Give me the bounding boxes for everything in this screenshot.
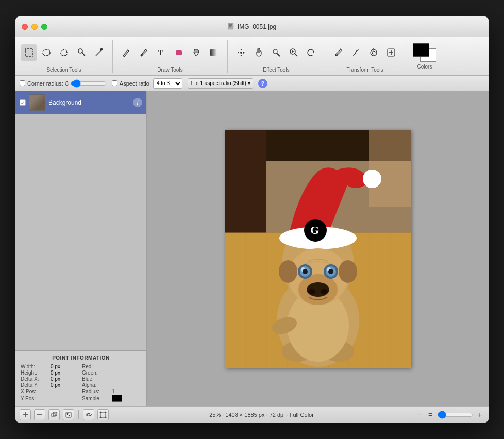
point-info-grid: Width: 0 px Red: Height: 0 px Green:	[21, 364, 141, 402]
corner-radius-checkbox[interactable]	[20, 80, 25, 86]
window-title: IMG_0051.jpg	[228, 23, 276, 30]
canvas-area[interactable]: G	[147, 91, 489, 406]
aspect-ratio-checkbox[interactable]	[112, 80, 117, 86]
delta-x-value: 0 px	[51, 376, 60, 382]
svg-point-63	[303, 269, 308, 274]
corner-radius-option: Corner radius: 8	[20, 79, 107, 88]
svg-point-75	[88, 413, 90, 416]
visibility-toggle-button[interactable]	[83, 409, 94, 420]
blue-row: Blue:	[82, 376, 141, 382]
transform-tools-group: Transform Tools	[325, 40, 405, 73]
help-label: ?	[261, 80, 265, 87]
clone-tool[interactable]	[268, 44, 284, 61]
sample-label: Sample:	[82, 396, 110, 401]
brush-tool[interactable]	[136, 44, 152, 61]
layer-info-button[interactable]: i	[133, 98, 142, 107]
zoom-in-button[interactable]: +	[475, 410, 484, 419]
zoom-slider[interactable]	[437, 411, 473, 419]
remove-layer-button[interactable]	[34, 409, 45, 420]
alpha-label: Alpha:	[82, 382, 110, 388]
blue-label: Blue:	[82, 376, 110, 382]
delta-x-row: Delta X: 0 px	[21, 376, 80, 382]
transform-mode-button[interactable]	[97, 409, 109, 420]
bottom-bar: 25% · 1408 × 1885 px · 72 dpi · Full Col…	[15, 406, 489, 423]
ellipse-select-tool[interactable]	[38, 44, 55, 61]
svg-rect-30	[225, 130, 266, 233]
svg-point-23	[372, 51, 375, 54]
image-button[interactable]	[63, 409, 74, 420]
canvas-image: G	[225, 130, 411, 368]
duplicate-layer-button[interactable]	[48, 409, 60, 420]
pencil-tool[interactable]	[118, 44, 135, 61]
bottom-divider-1	[78, 410, 79, 419]
svg-rect-13	[176, 50, 182, 55]
layer-item[interactable]: ✓ Background i	[15, 91, 146, 114]
point-info-title: POINT INFORMATION	[21, 355, 141, 361]
delta-y-row: Delta Y: 0 px	[21, 382, 80, 388]
zoom-out-button[interactable]: −	[414, 410, 424, 419]
pan-tool[interactable]	[250, 44, 267, 61]
text-tool[interactable]: T	[153, 44, 170, 61]
bucket-tool[interactable]	[188, 44, 205, 61]
toolbar: Selection Tools T	[15, 37, 489, 76]
dropdown-arrow-icon: ▾	[248, 80, 250, 86]
foreground-color-swatch[interactable]	[413, 43, 429, 57]
svg-point-77	[100, 411, 102, 413]
gradient-tool[interactable]	[206, 44, 222, 61]
close-button[interactable]	[22, 24, 28, 30]
aspect-ratio-option: Aspect ratio: 4 to 3 1 to 1 16 to 9	[112, 78, 182, 89]
delta-y-value: 0 px	[51, 382, 60, 388]
zoom-fit-button[interactable]: =	[426, 410, 435, 419]
rect-select-tool[interactable]	[21, 44, 37, 61]
colors-label: Colors	[417, 64, 432, 70]
eyedropper-tool[interactable]	[330, 44, 347, 61]
layer-visibility-checkbox[interactable]: ✓	[20, 99, 26, 106]
svg-point-56	[321, 289, 328, 294]
red-label: Red:	[82, 364, 110, 369]
svg-point-47	[363, 170, 381, 188]
corner-radius-slider[interactable]	[71, 79, 107, 88]
width-label: Width:	[21, 364, 49, 369]
svg-rect-4	[25, 49, 32, 56]
add-tool[interactable]	[383, 44, 399, 61]
aspect-ratio-mode-label: 1 to 1 aspect ratio (Shift)	[190, 80, 246, 86]
maximize-button[interactable]	[41, 24, 47, 30]
zoom-tool[interactable]	[285, 44, 302, 61]
radius-value: 1	[112, 389, 115, 394]
minimize-button[interactable]	[31, 24, 38, 30]
move-tool[interactable]	[233, 44, 249, 61]
draw-tool-buttons: T	[118, 40, 222, 65]
sample-swatch	[112, 395, 122, 402]
add-layer-button[interactable]	[20, 409, 31, 420]
aspect-ratio-label: Aspect ratio:	[120, 80, 151, 87]
svg-rect-3	[229, 26, 231, 27]
main-content: ✓ Background i POINT INFORMATION Width: …	[15, 91, 489, 406]
main-window: IMG_0051.jpg	[15, 16, 489, 423]
magic-wand-tool[interactable]	[73, 44, 90, 61]
svg-rect-9	[100, 48, 103, 50]
draw-tools-label: Draw Tools	[157, 67, 182, 73]
svg-point-22	[371, 49, 377, 56]
svg-text:G: G	[310, 224, 319, 237]
layer-thumbnail-preview	[29, 95, 45, 110]
aspect-ratio-mode-dropdown[interactable]: 1 to 1 aspect ratio (Shift) ▾	[188, 78, 253, 89]
rotate-tool[interactable]	[303, 44, 320, 61]
shape-tool[interactable]	[171, 44, 187, 61]
color-swatches[interactable]	[413, 43, 436, 62]
line-select-tool[interactable]	[91, 44, 107, 61]
red-row: Red:	[82, 364, 141, 369]
alpha-row: Alpha:	[82, 382, 141, 388]
svg-point-64	[328, 269, 333, 274]
sidebar: ✓ Background i POINT INFORMATION Width: …	[15, 91, 147, 406]
curves-tool[interactable]	[348, 44, 364, 61]
x-pos-label: X-Pos:	[21, 389, 49, 394]
levels-tool[interactable]	[365, 44, 382, 61]
lasso-tool[interactable]	[56, 44, 72, 61]
selection-tools-group: Selection Tools	[15, 40, 113, 73]
titlebar: IMG_0051.jpg	[15, 16, 489, 37]
help-button[interactable]: ?	[258, 79, 267, 88]
aspect-ratio-select[interactable]: 4 to 3 1 to 1 16 to 9	[153, 78, 182, 89]
svg-line-10	[128, 50, 129, 51]
svg-rect-31	[369, 130, 411, 207]
svg-point-80	[105, 416, 107, 418]
